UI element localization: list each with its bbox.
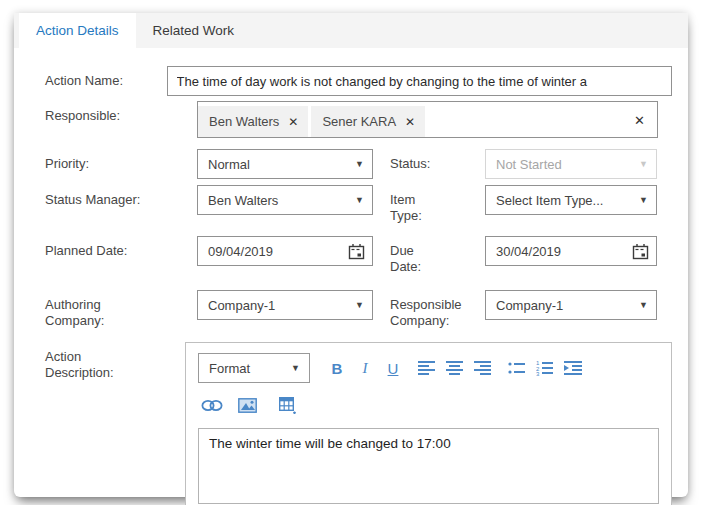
status-manager-value: Ben Walters [208,193,349,208]
responsible-company-label: Responsible Company: [390,290,485,329]
align-center-icon [446,361,464,376]
item-type-label: Item Type: [390,185,485,224]
indent-button[interactable] [559,354,587,382]
action-name-input[interactable] [167,66,672,96]
image-icon [238,398,257,413]
chevron-down-icon: ▼ [639,159,648,169]
chevron-down-icon: ▼ [291,363,300,373]
align-right-icon [474,361,492,376]
companies-row: Authoring Company: Company-1 ▼ Responsib… [45,290,672,329]
responsible-label: Responsible: [45,101,197,124]
authoring-company-select[interactable]: Company-1 ▼ [197,290,373,320]
responsible-chip: Sener KARA ✕ [311,106,425,137]
numbered-list-button[interactable]: 1 2 3 [531,354,559,382]
action-name-row: Action Name: [45,66,672,96]
description-text: The winter time will be changed to 17:00 [209,436,648,451]
chevron-down-icon: ▼ [639,195,648,205]
authoring-company-value: Company-1 [208,298,349,313]
status-select: Not Started ▼ [485,149,657,179]
due-date-input[interactable]: 30/04/2019 [485,236,657,266]
priority-select[interactable]: Normal ▼ [197,149,373,179]
chip-remove-icon[interactable]: ✕ [405,115,415,129]
calendar-icon[interactable] [632,243,649,260]
planned-date-value: 09/04/2019 [208,244,348,259]
chevron-down-icon: ▼ [355,300,364,310]
format-value: Format [209,361,291,376]
planned-date-label: Planned Date: [45,236,197,259]
item-type-value: Select Item Type... [496,193,633,208]
format-select[interactable]: Format ▼ [198,353,310,383]
calendar-icon[interactable] [348,243,365,260]
link-icon [201,399,223,412]
align-right-button[interactable] [469,354,497,382]
statusmanager-itemtype-row: Status Manager: Ben Walters ▼ Item Type:… [45,185,672,224]
responsible-company-value: Company-1 [496,298,633,313]
dates-row: Planned Date: 09/04/2019 Due Date: 30/0 [45,236,672,275]
due-date-label: Due Date: [390,236,485,275]
chip-remove-icon[interactable]: ✕ [288,115,298,129]
table-icon [279,397,297,414]
status-manager-select[interactable]: Ben Walters ▼ [197,185,373,215]
svg-text:3: 3 [536,371,540,376]
responsible-chip: Ben Walters ✕ [198,106,308,137]
priority-status-row: Priority: Normal ▼ Status: Not Started ▼ [45,149,672,179]
numbered-list-icon: 1 2 3 [536,360,554,376]
responsible-company-select[interactable]: Company-1 ▼ [485,290,657,320]
tab-bar: Action Details Related Work [14,13,688,48]
action-form-panel: Action Details Related Work Action Name:… [14,13,688,497]
responsible-chips: Ben Walters ✕ Sener KARA ✕ [198,102,632,137]
status-value: Not Started [496,157,633,172]
image-button[interactable] [233,391,261,419]
align-center-button[interactable] [441,354,469,382]
align-left-button[interactable] [413,354,441,382]
planned-date-input[interactable]: 09/04/2019 [197,236,373,266]
action-name-label: Action Name: [45,66,167,89]
bulleted-list-icon [508,361,526,376]
italic-button[interactable]: I [351,354,379,382]
chip-name: Sener KARA [322,114,396,129]
clear-all-icon[interactable]: ✕ [632,113,647,128]
status-manager-label: Status Manager: [45,185,197,208]
bold-button[interactable]: B [323,354,351,382]
editor-toolbar-row2 [198,391,659,419]
authoring-company-label: Authoring Company: [45,290,197,329]
form-area: Action Name: Responsible: Ben Walters ✕ … [14,48,688,505]
editor-content[interactable]: The winter time will be changed to 17:00 [198,428,659,504]
rich-text-editor: Format ▼ B I U [185,342,672,505]
responsible-row: Responsible: Ben Walters ✕ Sener KARA ✕ … [45,101,672,138]
priority-value: Normal [208,157,349,172]
bulleted-list-button[interactable] [503,354,531,382]
item-type-select[interactable]: Select Item Type... ▼ [485,185,657,215]
underline-button[interactable]: U [379,354,407,382]
priority-label: Priority: [45,149,197,172]
tab-related-work[interactable]: Related Work [136,13,252,48]
indent-icon [564,361,583,376]
editor-toolbar-row1: Format ▼ B I U [198,353,659,383]
responsible-multiselect[interactable]: Ben Walters ✕ Sener KARA ✕ ✕ [197,101,658,138]
link-button[interactable] [198,391,226,419]
align-left-icon [418,361,436,376]
chip-name: Ben Walters [209,114,279,129]
chevron-down-icon: ▼ [639,300,648,310]
chevron-down-icon: ▼ [355,159,364,169]
description-row: Action Description: Format ▼ B I U [45,342,672,505]
action-description-label: Action Description: [45,342,197,381]
chevron-down-icon: ▼ [355,195,364,205]
due-date-value: 30/04/2019 [496,244,632,259]
tab-action-details[interactable]: Action Details [19,13,136,48]
status-label: Status: [390,149,485,172]
insert-table-button[interactable] [274,391,302,419]
